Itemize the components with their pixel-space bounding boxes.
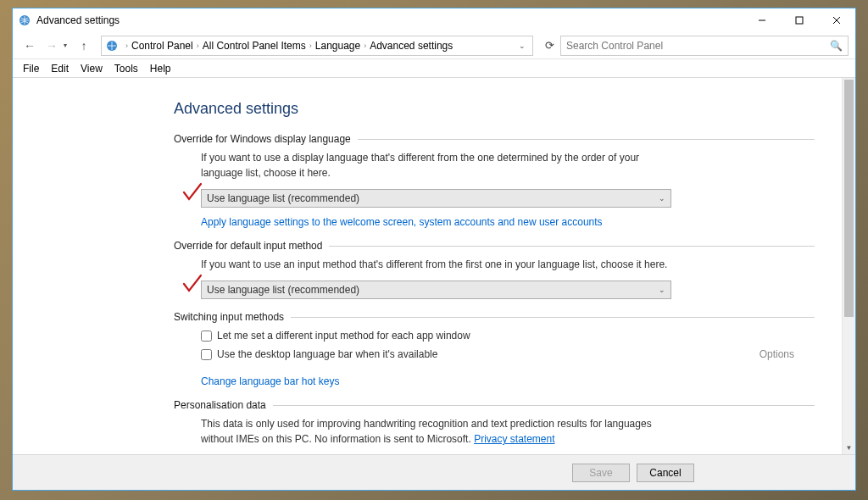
svg-rect-2 xyxy=(796,17,803,24)
menu-view[interactable]: View xyxy=(75,61,108,76)
breadcrumb-item[interactable]: Language xyxy=(315,40,360,52)
navbar: ← → ▾ ↑ › Control Panel › All Control Pa… xyxy=(13,32,855,59)
chevron-right-icon: › xyxy=(364,42,366,50)
section-desc: If you want to use an input method that'… xyxy=(201,257,676,272)
chevron-right-icon: › xyxy=(125,42,128,50)
scrollbar[interactable]: ▲ ▼ xyxy=(842,78,855,454)
chevron-right-icon: › xyxy=(309,42,312,50)
search-box[interactable]: 🔍 xyxy=(560,36,849,56)
change-hotkeys-link[interactable]: Change language bar hot keys xyxy=(201,375,339,387)
footer: Save Cancel xyxy=(13,454,855,490)
location-icon xyxy=(105,39,119,53)
menu-edit[interactable]: Edit xyxy=(46,61,74,76)
scroll-down-button[interactable]: ▼ xyxy=(843,441,855,454)
section-desc: This data is only used for improving han… xyxy=(201,416,676,447)
checkbox-label: Let me set a different input method for … xyxy=(217,330,470,342)
save-button[interactable]: Save xyxy=(572,464,630,482)
menu-file[interactable]: File xyxy=(18,61,44,76)
content-scroll[interactable]: Advanced settings Override for Windows d… xyxy=(13,78,855,454)
window: Advanced settings ← → ▾ ↑ › Control Pane… xyxy=(12,8,856,491)
breadcrumb-item[interactable]: Advanced settings xyxy=(370,40,453,52)
close-button[interactable] xyxy=(818,8,855,32)
breadcrumb-item[interactable]: Control Panel xyxy=(131,40,193,52)
chevron-right-icon: › xyxy=(197,42,199,50)
privacy-link[interactable]: Privacy statement xyxy=(474,431,554,447)
section-header-switching: Switching input methods xyxy=(174,311,815,323)
titlebar: Advanced settings xyxy=(13,8,855,32)
section-header-display-language: Override for Windows display language xyxy=(174,133,815,145)
back-button[interactable]: ← xyxy=(19,36,40,56)
window-title: Advanced settings xyxy=(36,14,743,26)
section-desc: If you want to use a display language th… xyxy=(201,150,676,181)
menubar: File Edit View Tools Help xyxy=(13,59,855,78)
app-icon xyxy=(18,14,31,27)
scrollbar-thumb[interactable] xyxy=(844,80,854,317)
search-input[interactable] xyxy=(566,40,830,52)
up-button[interactable]: ↑ xyxy=(74,36,94,56)
forward-button[interactable]: → xyxy=(42,36,62,56)
search-icon: 🔍 xyxy=(830,40,843,52)
input-method-select[interactable]: Use language list (recommended) ⌄ xyxy=(201,281,671,299)
apply-settings-link[interactable]: Apply language settings to the welcome s… xyxy=(201,216,603,228)
desktop-language-bar-checkbox[interactable] xyxy=(201,349,212,360)
menu-tools[interactable]: Tools xyxy=(109,61,143,76)
breadcrumb-dropdown[interactable]: ⌄ xyxy=(519,42,529,50)
breadcrumb-item[interactable]: All Control Panel Items xyxy=(203,40,306,52)
checkbox-label: Use the desktop language bar when it's a… xyxy=(217,348,437,360)
history-dropdown[interactable]: ▾ xyxy=(64,42,72,49)
page-title: Advanced settings xyxy=(174,100,815,118)
window-controls xyxy=(743,8,855,32)
menu-help[interactable]: Help xyxy=(145,61,176,76)
chevron-down-icon: ⌄ xyxy=(659,194,665,203)
section-header-input-method: Override for default input method xyxy=(174,240,815,252)
content-area: Advanced settings Override for Windows d… xyxy=(13,78,855,454)
per-app-input-checkbox[interactable] xyxy=(201,331,212,342)
display-language-select[interactable]: Use language list (recommended) ⌄ xyxy=(201,189,671,208)
breadcrumb[interactable]: › Control Panel › All Control Panel Item… xyxy=(101,36,533,56)
chevron-down-icon: ⌄ xyxy=(659,286,665,294)
cancel-button[interactable]: Cancel xyxy=(637,464,694,482)
maximize-button[interactable] xyxy=(781,8,818,32)
options-link[interactable]: Options xyxy=(760,348,815,360)
section-header-personalisation: Personalisation data xyxy=(174,399,815,411)
refresh-button[interactable]: ⟳ xyxy=(540,39,559,52)
minimize-button[interactable] xyxy=(743,8,781,32)
